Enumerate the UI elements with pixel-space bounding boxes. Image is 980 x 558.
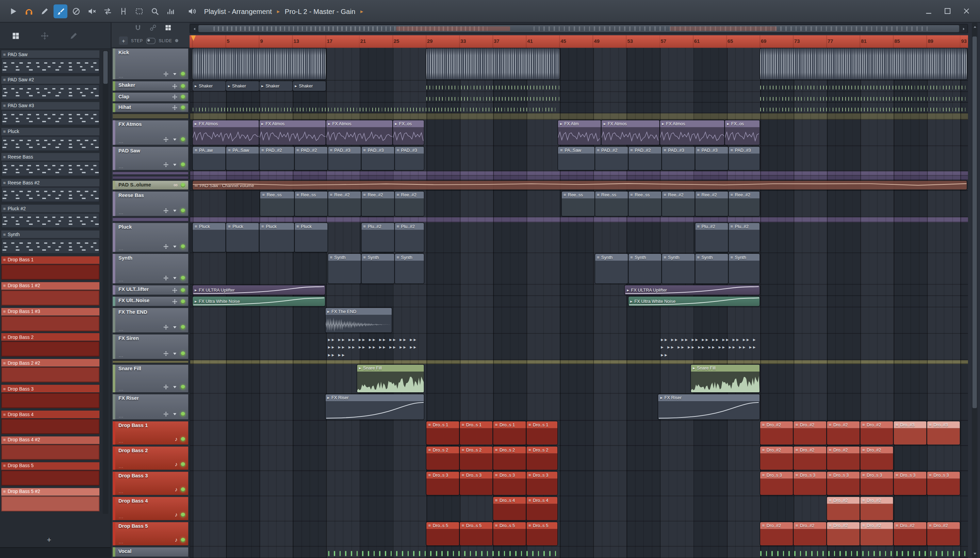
pattern-item-pluck-2[interactable]: ≡Pluck #2 [2,205,100,228]
track-header-drop-bass-1[interactable]: Drop Bass 1…♪ [113,420,189,445]
clip-ree-2[interactable]: ≡Ree..#2 [328,192,361,216]
playback-tool[interactable] [164,4,177,18]
clip-dro-s-2[interactable]: ≡Dro..s 2 [493,446,526,469]
pattern-item-synth[interactable]: ≡Synth [2,230,100,253]
move-track-icon[interactable] [163,324,169,330]
clip-region[interactable] [426,49,560,80]
picker-scrollbar-thumb[interactable] [103,51,108,84]
clip-pad-3[interactable]: ≡PAD..#3 [361,147,394,170]
clip-dro-3[interactable]: ≡Dro..#3 [893,421,926,444]
delete-tool[interactable] [69,4,84,18]
clip-plu-2[interactable]: ≡Plu..#2 [361,223,394,252]
clip-synth[interactable]: ≡Synth [395,254,424,284]
clip-synth[interactable]: ≡Synth [361,254,394,284]
slice-tool[interactable] [117,4,130,18]
playhead-marker[interactable] [191,35,196,41]
clip-dro-s-3[interactable]: ≡Dro..s 3 [893,471,926,495]
clip-region[interactable] [193,103,557,112]
move-track-icon[interactable] [172,83,177,89]
clip-dro-2[interactable]: ≡Dro..#2 [827,446,860,469]
horizontal-scrollbar-thumb[interactable] [199,25,959,32]
track-mute-led[interactable] [181,105,185,110]
clip-dro-2[interactable]: ≡Dro..#2 [793,522,826,545]
track-mute-led[interactable] [181,84,185,88]
track-header-fx-atmos[interactable]: FX Atmos… [113,120,189,146]
clip-dro-s-1[interactable]: ≡Dro..s 1 [426,421,459,444]
track-mute-led[interactable] [181,276,185,281]
clip-fx-atmos[interactable]: ▸FX Atmos [193,120,259,145]
clip-dro-s-5[interactable]: ≡Dro..s 5 [426,522,459,545]
track-header-pad-saw[interactable]: PAD Saw… [113,146,189,171]
clip-dro-2[interactable]: ≡Dro..#2 [827,497,860,520]
clip-pad-3[interactable]: ≡PAD..#3 [729,147,760,170]
track-lane[interactable] [190,176,968,180]
pattern-item-pad-saw-2[interactable]: ≡PAD Saw #2 [2,76,100,99]
track-mute-led[interactable] [181,351,185,356]
clip-snare-fill[interactable]: ▸Snare Fill [691,365,760,392]
clip-region[interactable] [760,49,966,80]
clip-dro-2[interactable]: ≡Dro..#2 [760,522,793,545]
scroll-left-icon[interactable] [190,25,199,33]
clip-dro-2[interactable]: ≡Dro..#2 [827,522,860,545]
track-mute-led[interactable] [181,244,185,249]
clip-dro-s-3[interactable]: ≡Dro..s 3 [493,471,526,495]
clip-synth[interactable]: ≡Synth [695,254,728,284]
scroll-right-icon[interactable] [959,25,967,33]
track-header-kick[interactable]: Kick… [113,48,189,80]
horizontal-scrollbar[interactable] [190,24,968,33]
clip-dro-s-3[interactable]: ≡Dro..s 3 [460,471,492,495]
timeline-ruler[interactable]: 5913172125293337414549535761656973778185… [190,35,968,49]
clip-dro-s-2[interactable]: ≡Dro..s 2 [426,446,459,469]
clip-dro-2[interactable]: ≡Dro..#2 [793,421,826,444]
clip-ree-ss[interactable]: ≡Ree..ss [595,192,627,216]
move-track-icon[interactable] [163,137,169,143]
clip-pluck[interactable]: ≡Pluck [226,223,259,252]
move-track-icon[interactable] [163,208,169,214]
grid-icon[interactable] [164,24,172,31]
pattern-item-reese-bass[interactable]: ≡Reese Bass [2,153,100,177]
vertical-scrollbar[interactable] [972,23,978,558]
clip-region[interactable] [760,81,966,91]
move-track-icon[interactable] [172,299,177,304]
clip-dro-s-4[interactable]: ≡Dro..s 4 [526,497,557,520]
picker-draw-icon[interactable] [69,31,78,40]
track-mute-led[interactable] [181,162,185,167]
track-menu-icon[interactable] [172,384,177,390]
clip-dro-s-1[interactable]: ≡Dro..s 1 [526,421,557,444]
clip-dro-2[interactable]: ≡Dro..#2 [760,421,793,444]
track-menu-icon[interactable] [172,244,177,249]
track-header-vocal[interactable]: Vocal [113,547,189,557]
clip-pa-saw[interactable]: ≡PA..Saw [558,147,594,170]
picker-scrollbar[interactable] [103,50,108,514]
track-lane-synth[interactable] [190,253,968,285]
track-mute-led[interactable] [181,437,185,441]
clip-fx-atmos[interactable]: ▸FX Atmos [602,120,660,145]
clip-region[interactable] [760,103,966,112]
clip-shaker[interactable]: ▸Shaker [259,81,292,91]
clip-dro-2[interactable]: ≡Dro..#2 [927,522,960,545]
track-mute-led[interactable] [181,412,185,416]
move-track-icon[interactable] [163,71,169,77]
clip-pad-2[interactable]: ≡PAD..#2 [595,147,627,170]
clip-dro-2[interactable]: ≡Dro..#2 [860,446,893,469]
pattern-item-pad-saw[interactable]: ≡PAD Saw [2,50,100,74]
clip-fx-atmos[interactable]: ▸FX Atmos [326,120,392,145]
track-menu-icon[interactable] [172,137,177,143]
track-menu-icon[interactable] [172,208,177,214]
pattern-item-pluck[interactable]: ≡Pluck [2,128,100,151]
clip-pad-2[interactable]: ≡PAD..#2 [295,147,327,170]
clip-pluck[interactable]: ≡Pluck [193,223,225,252]
clip-region[interactable]: ▸▸ ▸▸ ▸▸ ▸▸ ▸▸ ▸▸ ▸▸ ▸▸ ▸▸ ▸▸ ▸▸ ▸▸ ▸▸ ▸… [325,335,424,359]
clip-pad-saw-channel-volume[interactable]: ∞PAD Saw - Channel volume [193,181,966,190]
move-track-icon[interactable] [172,287,177,293]
track-header-fx-siren[interactable]: FX Siren… [113,334,189,359]
clip-shaker[interactable]: ▸Shaker [193,81,225,91]
clip-dro-s-1[interactable]: ≡Dro..s 1 [460,421,492,444]
clip-pad-3[interactable]: ≡PAD..#3 [328,147,361,170]
clip-dro-2[interactable]: ≡Dro..#2 [760,446,793,469]
track-lane-fx-the-end[interactable] [190,307,968,334]
clip-fx-ultra-uplifter[interactable]: ▸FX ULTRA Uplifter [193,285,325,295]
move-track-icon[interactable] [163,162,169,168]
clip-synth[interactable]: ≡Synth [328,254,361,284]
clip-dro-s-3[interactable]: ≡Dro..s 3 [793,471,826,495]
